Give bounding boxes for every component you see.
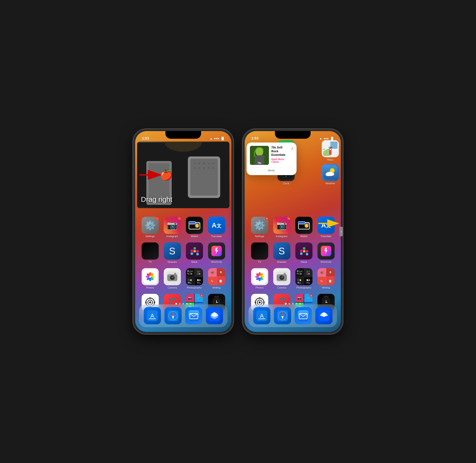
right-phone: ‹ 1:53 ▲ ●●● ▐▌ [243, 129, 343, 334]
r-dock-dropbox[interactable] [314, 307, 334, 324]
r-camera-label: Camera [277, 286, 286, 289]
app-weather[interactable]: Weather [322, 164, 339, 185]
svg-point-53 [149, 297, 151, 299]
instagram-icon[interactable]: 📷 1 [164, 217, 181, 234]
popup-album-title: 70s Soft Rock Essentials [271, 146, 289, 157]
r-dock-safari[interactable] [272, 307, 293, 324]
app-tv[interactable]: TV [139, 242, 161, 263]
svg-rect-3 [190, 159, 218, 196]
photography-label: Photography [187, 286, 202, 289]
app-instagram[interactable]: 📷 1 Instagram [161, 217, 183, 238]
svg-point-13 [212, 167, 214, 169]
translate-label: Translate [211, 235, 222, 238]
settings-icon[interactable]: ⚙️ 1 [142, 217, 159, 234]
safari-icon[interactable] [164, 307, 182, 324]
maps-label: Maps [327, 158, 334, 161]
app-photography[interactable]: ⚙△∞✎□⊕ △○□⊗ ⬡◉⊕△ ▣◈⊙△ Photography [183, 268, 205, 289]
app-shortcuts[interactable]: Shortcuts [205, 242, 227, 263]
slack-icon[interactable] [186, 242, 203, 259]
r-instagram-icon[interactable]: 📷 1 [273, 217, 290, 234]
r-photos-icon[interactable] [251, 268, 268, 285]
app-translate[interactable]: A文 Translate [205, 217, 227, 238]
right-status-icons: ▲ ●●● ▐▌ [319, 137, 334, 140]
r-dock-appstore[interactable]: A [251, 307, 272, 324]
camera-icon[interactable] [164, 268, 181, 285]
r-app-slack[interactable]: Slack [293, 242, 315, 263]
r-app-camera[interactable]: Camera [271, 268, 293, 289]
maps-icon[interactable]: 280 [322, 140, 339, 157]
r-app-wallet[interactable]: Wallet [293, 217, 315, 238]
side-handle: ‹ [339, 227, 343, 236]
right-phone-body: ‹ 1:53 ▲ ●●● ▐▌ [243, 129, 343, 334]
weather-label: Weather [325, 182, 335, 185]
r-app-instagram[interactable]: 📷 1 Instagram [271, 217, 293, 238]
dropbox-icon[interactable] [206, 307, 223, 324]
photography-icon[interactable]: ⚙△∞✎□⊕ △○□⊗ ⬡◉⊕△ ▣◈⊙△ [186, 268, 203, 285]
app-camera[interactable]: Camera [161, 268, 183, 289]
r-dropbox-icon[interactable] [315, 307, 332, 324]
music-popup: 70s 70s Soft Rock Essentials Apple Music… [247, 142, 296, 175]
translate-icon[interactable]: A文 [208, 217, 225, 234]
r-shortcuts-icon[interactable] [317, 242, 335, 259]
r-app-photography[interactable]: ⚙△∞✎□⊕ △○□⊗ ⬡◉⊕△ ▣◈⊙△ Photography [293, 268, 315, 289]
svg-point-9 [194, 167, 196, 169]
svg-point-111 [330, 149, 331, 150]
right-app-grid: ⚙️ 1 Settings 📷 1 Instagram [245, 217, 341, 315]
tv-icon[interactable] [142, 242, 159, 259]
popup-content: 70s 70s Soft Rock Essentials Apple Music… [250, 146, 293, 165]
shazam-icon[interactable]: S [164, 242, 181, 259]
r-app-settings[interactable]: ⚙️ 1 Settings [249, 217, 271, 238]
r-writing-icon[interactable]: 🦋 B ✎ 📝 [317, 268, 335, 285]
popup-app-label: Music [250, 167, 293, 172]
yellow-arrow-icon [317, 219, 341, 228]
r-mail-icon[interactable] [295, 307, 312, 324]
r-tv-icon[interactable] [251, 242, 268, 259]
r-settings-icon[interactable]: ⚙️ 1 [251, 217, 268, 234]
photos-icon[interactable] [142, 268, 159, 285]
mail-icon[interactable] [185, 307, 202, 324]
svg-point-141 [282, 276, 283, 277]
r-dock-mail[interactable] [293, 307, 314, 324]
app-settings[interactable]: ⚙️ 1 Settings [139, 217, 161, 238]
app-wallet[interactable]: Wallet [183, 217, 205, 238]
r-shazam-icon[interactable]: S [273, 242, 290, 259]
instagram-label: Instagram [166, 235, 178, 238]
left-notch [165, 131, 201, 139]
tv-label: TV [148, 260, 152, 263]
r-safari-icon[interactable] [274, 307, 291, 324]
dock-dropbox[interactable] [204, 307, 225, 324]
popup-subtitle: Apple Music Classic... [271, 158, 289, 163]
r-app-tv[interactable]: TV [249, 242, 271, 263]
weather-icon[interactable] [322, 164, 339, 181]
yellow-arrow-container [317, 219, 341, 228]
right-screen: 1:53 ▲ ●●● ▐▌ [245, 131, 341, 332]
r-camera-icon[interactable] [273, 268, 290, 285]
dock-mail[interactable] [183, 307, 204, 324]
r-app-shortcuts[interactable]: Shortcuts [315, 242, 337, 263]
app-photos[interactable]: Photos [139, 268, 161, 289]
r-app-writing[interactable]: 🦋 B ✎ 📝 Writing [315, 268, 337, 289]
writing-icon[interactable]: 🦋 B ✎ 📝 [208, 268, 225, 285]
app-writing[interactable]: 🦋 B ✎ 📝 Writing [205, 268, 227, 289]
svg-rect-142 [284, 273, 286, 275]
r-wallet-icon[interactable] [295, 217, 313, 234]
svg-rect-143 [278, 275, 279, 276]
wifi-icon: ▲ [210, 137, 213, 140]
r-photography-icon[interactable]: ⚙△∞✎□⊕ △○□⊗ ⬡◉⊕△ ▣◈⊙△ [295, 268, 313, 285]
battery-icon-r: ▐▌ [330, 137, 334, 140]
svg-point-135 [259, 276, 260, 278]
wallet-icon[interactable] [186, 217, 203, 234]
dock-safari[interactable] [162, 307, 183, 324]
r-app-shazam[interactable]: S Shazam [271, 242, 293, 263]
dock-appstore[interactable]: A [142, 307, 162, 324]
app-maps[interactable]: 280 Maps [322, 140, 339, 161]
shortcuts-label: Shortcuts [211, 260, 222, 263]
r-app-photos[interactable]: Photos [249, 268, 271, 289]
app-slack[interactable]: Slack [183, 242, 205, 263]
appstore-icon[interactable]: A [144, 307, 161, 324]
app-shazam[interactable]: S Shazam [161, 242, 183, 263]
svg-rect-162 [277, 310, 288, 321]
r-appstore-icon[interactable]: A [253, 307, 270, 324]
shortcuts-icon[interactable] [208, 242, 225, 259]
r-slack-icon[interactable] [295, 242, 313, 259]
